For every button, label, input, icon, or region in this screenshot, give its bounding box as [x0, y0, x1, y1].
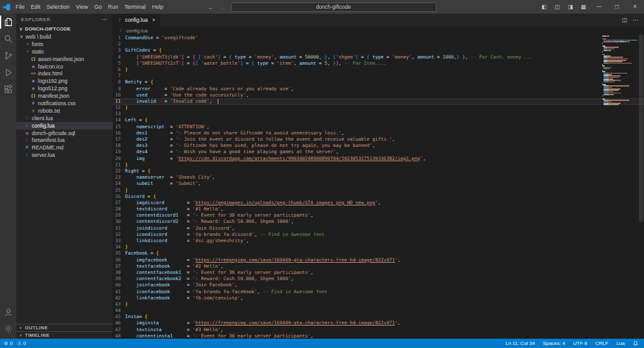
code-line-17[interactable]: 17 des2 = '- Join the event or discord t… — [113, 136, 644, 143]
code-line-1[interactable]: 1CommandUse = 'usegiftcode' — [113, 35, 644, 41]
scrollbar-thumb[interactable] — [639, 35, 643, 222]
editor-scrollbar[interactable] — [638, 35, 644, 339]
settings-gear-icon[interactable] — [0, 321, 16, 337]
line-number[interactable]: 28 — [113, 206, 125, 212]
code-line-31[interactable]: 31 joindiscord = 'Join Discord', — [113, 225, 644, 232]
explorer-icon[interactable] — [0, 14, 16, 31]
minimize-button[interactable]: ─ — [590, 0, 608, 14]
code-line-28[interactable]: 28 textdiscord = '#1 Hello', — [113, 206, 644, 212]
menu-go[interactable]: Go — [91, 0, 105, 14]
code-line-44[interactable]: 44 — [113, 308, 644, 314]
problems-indicator[interactable]: ⊘ 0 ⚠ 0 — [4, 341, 26, 346]
tree-item-index-html[interactable]: <>index.html — [16, 70, 113, 77]
code-line-8[interactable]: 8Notify = { — [113, 79, 644, 85]
status-item-language-mode[interactable]: Lua — [617, 341, 625, 346]
code-line-12[interactable]: 12} — [113, 105, 644, 111]
code-line-37[interactable]: 37 textfacebook = '#2 Hello', — [113, 263, 644, 270]
line-number[interactable]: 46 — [113, 320, 125, 326]
minimap[interactable] — [602, 35, 638, 106]
section-outline[interactable]: ›OUTLINE — [16, 324, 113, 331]
line-number[interactable]: 37 — [113, 263, 125, 270]
line-number[interactable]: 34 — [113, 244, 125, 250]
code-line-46[interactable]: 46 imginsta = 'https://freepngimg.com/sa… — [113, 320, 644, 326]
tree-item-asset-manifest-json[interactable]: {}asset-manifest.json — [16, 55, 113, 63]
menu-view[interactable]: View — [73, 0, 91, 14]
tab-config-lua[interactable]: ☾ config.lua × — [113, 14, 160, 26]
code-line-16[interactable]: 16 des1 = '- Please do not share Giftcod… — [113, 130, 644, 136]
line-number[interactable]: 43 — [113, 301, 125, 308]
line-number[interactable]: 5 — [113, 60, 125, 67]
status-item-encoding[interactable]: UTF-8 — [573, 341, 587, 346]
close-tab-icon[interactable]: × — [152, 17, 155, 23]
command-center-search[interactable]: donch-giftcode — [231, 2, 436, 12]
code-line-13[interactable]: 13 — [113, 111, 644, 117]
menu-edit[interactable]: Edit — [28, 0, 44, 14]
line-number[interactable]: 32 — [113, 232, 125, 238]
line-number[interactable]: 48 — [113, 333, 125, 339]
line-number[interactable]: 44 — [113, 308, 125, 314]
line-number[interactable]: 21 — [113, 162, 125, 168]
section-timeline[interactable]: ›TIMELINE — [16, 331, 113, 339]
code-line-35[interactable]: 35Facebook = { — [113, 250, 644, 256]
line-number[interactable]: 40 — [113, 282, 125, 288]
explorer-root-folder[interactable]: ∨ DONCH-GIFTCODE — [16, 25, 113, 33]
code-line-27[interactable]: 27 imgdiscord = 'https://pngimages.in/up… — [113, 200, 644, 206]
code-line-7[interactable]: 7 — [113, 73, 644, 79]
code-line-14[interactable]: 14Left = { — [113, 117, 644, 123]
code-line-18[interactable]: 18 des3 = '- Giftcode has been used, ple… — [113, 143, 644, 149]
code-line-21[interactable]: 21} — [113, 162, 644, 168]
code-line-19[interactable]: 19 des4 = '- Wish you have a good time p… — [113, 149, 644, 155]
toggle-primary-sidebar-icon[interactable]: ◧ — [538, 0, 551, 14]
code-line-42[interactable]: 42 linkfacebook = 'fb.com/canxivtp', — [113, 295, 644, 301]
code-line-22[interactable]: 22Right = { — [113, 168, 644, 174]
code-line-40[interactable]: 40 joinfacebook = 'Join Facebook', — [113, 282, 644, 288]
line-number[interactable]: 9 — [113, 86, 125, 92]
nav-forward-button[interactable]: → — [220, 4, 226, 11]
more-actions-icon[interactable]: ⋯ — [633, 17, 638, 23]
line-number[interactable]: 6 — [113, 67, 125, 73]
tree-item-logo512-png[interactable]: ▣logo512.png — [16, 85, 113, 92]
line-number[interactable]: 12 — [113, 105, 125, 111]
tree-item-logo192-png[interactable]: ▣logo192.png — [16, 77, 113, 85]
code-line-47[interactable]: 47 textinsta = '#3 Hello', — [113, 327, 644, 333]
code-line-5[interactable]: 5 ['SHEESHU77t2zT'] = {[ 'water_bottle']… — [113, 60, 644, 67]
tree-item-manifest-json[interactable]: {}manifest.json — [16, 92, 113, 100]
line-number[interactable]: 27 — [113, 200, 125, 206]
code-line-36[interactable]: 36 imgfacebook = 'https://freepngimg.com… — [113, 257, 644, 263]
maximize-button[interactable]: □ — [608, 0, 626, 14]
account-icon[interactable] — [0, 304, 16, 321]
menu-terminal[interactable]: Terminal — [121, 0, 149, 14]
tree-item-robots-txt[interactable]: ≡robots.txt — [16, 107, 113, 115]
toggle-panel-icon[interactable]: ◫ — [551, 0, 564, 14]
line-number[interactable]: 35 — [113, 250, 125, 256]
line-number[interactable]: 17 — [113, 136, 125, 143]
code-line-48[interactable]: 48 contentinsta1 = '- Event for 30 early… — [113, 333, 644, 339]
line-number[interactable]: 18 — [113, 143, 125, 149]
code-line-32[interactable]: 32 icondiscord = 'fa-brands fa-discord',… — [113, 232, 644, 238]
nav-back-button[interactable]: ← — [208, 4, 214, 11]
code-line-2[interactable]: 2 — [113, 41, 644, 47]
line-number[interactable]: 36 — [113, 257, 125, 263]
line-number[interactable]: 25 — [113, 187, 125, 194]
line-number[interactable]: 30 — [113, 219, 125, 225]
line-number[interactable]: 14 — [113, 117, 125, 123]
search-icon[interactable] — [0, 31, 16, 47]
line-number[interactable]: 23 — [113, 174, 125, 181]
code-line-24[interactable]: 24 submit = 'Submit', — [113, 181, 644, 187]
line-number[interactable]: 33 — [113, 238, 125, 244]
explorer-actions-icon[interactable]: ⋯ — [101, 16, 108, 22]
code-line-25[interactable]: 25} — [113, 187, 644, 194]
code-line-26[interactable]: 26Discord = { — [113, 194, 644, 200]
split-editor-icon[interactable]: ◫ — [622, 17, 627, 23]
close-button[interactable]: × — [626, 0, 644, 14]
code-line-41[interactable]: 41 iconfacebook = 'fa-brands fa-facebook… — [113, 289, 644, 295]
code-line-23[interactable]: 23 nameserver = 'Sheesh City', — [113, 174, 644, 181]
code-line-30[interactable]: 30 contentdiscord2 = '- Reward: Cash 50.… — [113, 219, 644, 225]
notifications-bell-icon[interactable] — [633, 341, 638, 346]
line-number[interactable]: 4 — [113, 54, 125, 60]
status-item-eol[interactable]: CRLF — [595, 341, 609, 346]
line-number[interactable]: 20 — [113, 156, 125, 162]
source-control-icon[interactable] — [0, 47, 16, 64]
line-number[interactable]: 19 — [113, 149, 125, 155]
code-line-34[interactable]: 34} — [113, 244, 644, 250]
